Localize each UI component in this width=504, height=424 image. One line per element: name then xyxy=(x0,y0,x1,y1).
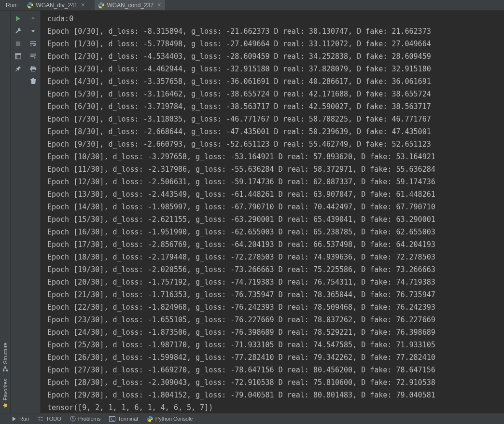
console-output[interactable]: cuda:0 Epoch [0/30], d_loss: -8.315894, … xyxy=(41,11,504,413)
run-icon xyxy=(15,15,21,22)
close-icon[interactable]: ✕ xyxy=(80,2,86,8)
down-arrow-icon xyxy=(30,28,36,34)
scroll-to-end-button[interactable] xyxy=(26,50,41,62)
svg-rect-2 xyxy=(4,367,6,368)
python-file-icon xyxy=(98,2,104,9)
soft-wrap-icon xyxy=(29,41,37,47)
tab-label: WGAN_div_241 xyxy=(36,2,77,9)
soft-wrap-button[interactable] xyxy=(26,37,41,50)
favorites-sidebar-button[interactable]: Favorites xyxy=(1,377,9,413)
bottom-label: Run xyxy=(19,416,29,422)
print-button[interactable] xyxy=(26,62,41,75)
down-stack-button[interactable] xyxy=(26,25,41,37)
blank xyxy=(11,75,26,87)
up-arrow-icon xyxy=(30,16,36,21)
structure-sidebar-button[interactable]: Structure xyxy=(1,341,9,377)
layout-icon xyxy=(15,53,21,59)
structure-icon xyxy=(2,366,8,372)
close-icon[interactable]: ✕ xyxy=(156,2,162,8)
terminal-icon xyxy=(109,416,115,422)
run-tab-wgan-div[interactable]: WGAN_div_241 ✕ xyxy=(24,0,89,10)
problems-icon xyxy=(70,416,76,422)
svg-rect-12 xyxy=(72,420,73,420)
trash-icon xyxy=(30,78,36,84)
svg-rect-5 xyxy=(15,53,21,55)
star-icon xyxy=(2,402,8,408)
bottom-label: Problems xyxy=(78,416,100,422)
bottom-python-console-button[interactable]: Python Console xyxy=(147,416,193,422)
wrench-icon xyxy=(15,27,22,34)
python-file-icon xyxy=(27,2,33,9)
svg-rect-6 xyxy=(15,55,17,58)
todo-icon xyxy=(38,416,43,422)
svg-rect-9 xyxy=(31,69,35,71)
run-label: Run: xyxy=(6,2,18,9)
stop-button[interactable] xyxy=(11,37,26,50)
run-tabs-bar: Run: WGAN_div_241 ✕ WGAN_cond_237 ✕ xyxy=(0,0,504,11)
pin-icon xyxy=(15,66,21,72)
run-tab-wgan-cond[interactable]: WGAN_cond_237 ✕ xyxy=(95,0,165,10)
bottom-problems-button[interactable]: Problems xyxy=(70,416,100,422)
pin-button[interactable] xyxy=(11,62,26,75)
svg-rect-0 xyxy=(2,369,4,371)
stop-icon xyxy=(15,41,21,46)
sidebar-label: Favorites xyxy=(2,379,8,400)
rerun-button[interactable] xyxy=(11,12,26,25)
scroll-to-end-icon xyxy=(30,53,37,59)
left-rail: Structure Favorites xyxy=(0,11,11,413)
bottom-terminal-button[interactable]: Terminal xyxy=(109,416,138,422)
bottom-todo-button[interactable]: TODO xyxy=(38,416,61,422)
clear-all-button[interactable] xyxy=(26,75,41,87)
svg-rect-13 xyxy=(110,416,115,421)
run-tool-strip xyxy=(11,11,41,413)
layout-button[interactable] xyxy=(11,50,26,62)
bottom-toolwindow-bar: Run TODO Problems Terminal Python Consol… xyxy=(0,413,504,424)
svg-rect-1 xyxy=(6,369,7,371)
print-icon xyxy=(30,66,37,72)
python-icon xyxy=(147,416,153,422)
bottom-run-button[interactable]: Run xyxy=(12,416,29,422)
tab-label: WGAN_cond_237 xyxy=(107,2,154,9)
svg-rect-7 xyxy=(31,66,35,68)
bottom-label: Terminal xyxy=(118,416,138,422)
bottom-label: Python Console xyxy=(155,416,193,422)
svg-rect-3 xyxy=(16,41,20,45)
bottom-label: TODO xyxy=(46,416,61,422)
up-stack-button[interactable] xyxy=(26,12,41,25)
svg-rect-11 xyxy=(72,417,73,419)
modify-run-config-button[interactable] xyxy=(11,25,26,37)
run-icon xyxy=(12,416,17,422)
sidebar-label: Structure xyxy=(2,342,8,364)
